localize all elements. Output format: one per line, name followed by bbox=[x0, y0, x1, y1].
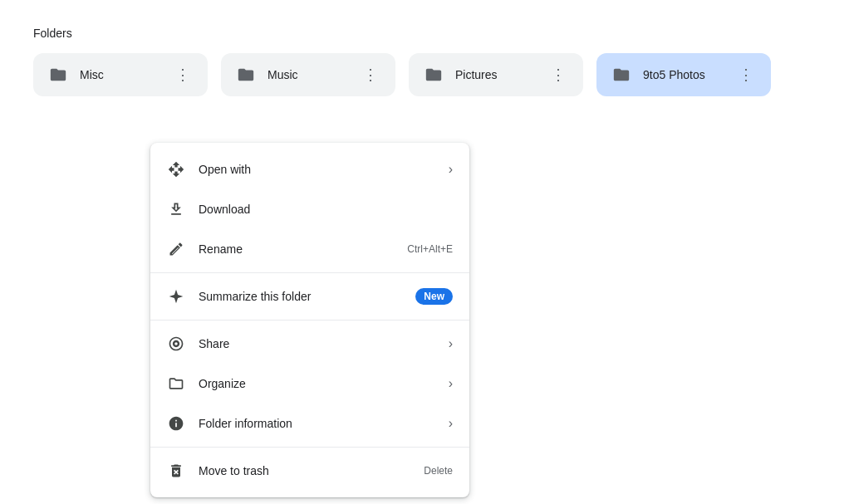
arrow-icon-folder-info: › bbox=[449, 416, 453, 431]
menu-item-download[interactable]: Download bbox=[150, 189, 469, 229]
folder-item-9to5photos[interactable]: 9to5 Photos ⋮ bbox=[596, 53, 771, 96]
move-icon bbox=[167, 160, 185, 179]
three-dot-btn-misc[interactable]: ⋮ bbox=[171, 63, 194, 86]
menu-label-share: Share bbox=[199, 337, 435, 350]
menu-item-summarize[interactable]: Summarize this folder New bbox=[150, 276, 469, 316]
folder-name-9to5photos: 9to5 Photos bbox=[643, 68, 724, 81]
folder-icon-misc bbox=[47, 66, 70, 84]
folder-icon-music bbox=[234, 66, 258, 84]
sparkle-icon bbox=[167, 287, 185, 306]
page-container: Folders Misc ⋮ Music ⋮ Pictures ⋮ 9to5 P… bbox=[0, 0, 849, 123]
three-dot-btn-pictures[interactable]: ⋮ bbox=[547, 63, 570, 86]
menu-label-organize: Organize bbox=[199, 377, 435, 390]
folder-icon-pictures bbox=[422, 66, 445, 84]
share-icon bbox=[167, 335, 185, 353]
menu-label-download: Download bbox=[199, 203, 453, 216]
shortcut-move-trash: Delete bbox=[424, 465, 453, 477]
divider-3 bbox=[150, 447, 469, 448]
menu-label-summarize: Summarize this folder bbox=[199, 290, 402, 303]
three-dot-btn-9to5photos[interactable]: ⋮ bbox=[734, 63, 758, 86]
organize-icon bbox=[167, 374, 185, 393]
menu-label-open-with: Open with bbox=[199, 163, 435, 176]
menu-item-rename[interactable]: Rename Ctrl+Alt+E bbox=[150, 229, 469, 269]
menu-item-organize[interactable]: Organize › bbox=[150, 364, 469, 404]
menu-item-move-trash[interactable]: Move to trash Delete bbox=[150, 451, 469, 491]
menu-label-move-trash: Move to trash bbox=[199, 464, 410, 477]
arrow-icon-open-with: › bbox=[449, 162, 453, 177]
new-badge: New bbox=[415, 288, 453, 305]
menu-item-open-with[interactable]: Open with › bbox=[150, 149, 469, 189]
menu-item-share[interactable]: Share › bbox=[150, 324, 469, 364]
three-dot-btn-music[interactable]: ⋮ bbox=[359, 63, 382, 86]
menu-label-folder-info: Folder information bbox=[199, 417, 435, 430]
menu-item-folder-info[interactable]: Folder information › bbox=[150, 404, 469, 443]
folder-item-music[interactable]: Music ⋮ bbox=[221, 53, 395, 96]
shortcut-rename: Ctrl+Alt+E bbox=[407, 243, 453, 255]
folder-item-misc[interactable]: Misc ⋮ bbox=[33, 53, 208, 96]
context-menu: Open with › Download Rename Ctrl+Alt+E S… bbox=[150, 143, 469, 497]
rename-icon bbox=[167, 240, 185, 258]
arrow-icon-organize: › bbox=[449, 376, 453, 391]
info-icon bbox=[167, 414, 185, 433]
trash-icon bbox=[167, 462, 185, 480]
download-icon bbox=[167, 200, 185, 218]
folder-name-music: Music bbox=[267, 68, 349, 81]
divider-1 bbox=[150, 272, 469, 273]
divider-2 bbox=[150, 320, 469, 321]
arrow-icon-share: › bbox=[449, 336, 453, 351]
folders-row: Misc ⋮ Music ⋮ Pictures ⋮ 9to5 Photos ⋮ bbox=[33, 53, 816, 96]
folder-name-misc: Misc bbox=[80, 68, 161, 81]
section-title: Folders bbox=[33, 27, 816, 40]
menu-label-rename: Rename bbox=[199, 242, 394, 256]
folder-item-pictures[interactable]: Pictures ⋮ bbox=[409, 53, 583, 96]
folder-icon-9to5photos bbox=[610, 66, 633, 84]
folder-name-pictures: Pictures bbox=[455, 68, 537, 81]
